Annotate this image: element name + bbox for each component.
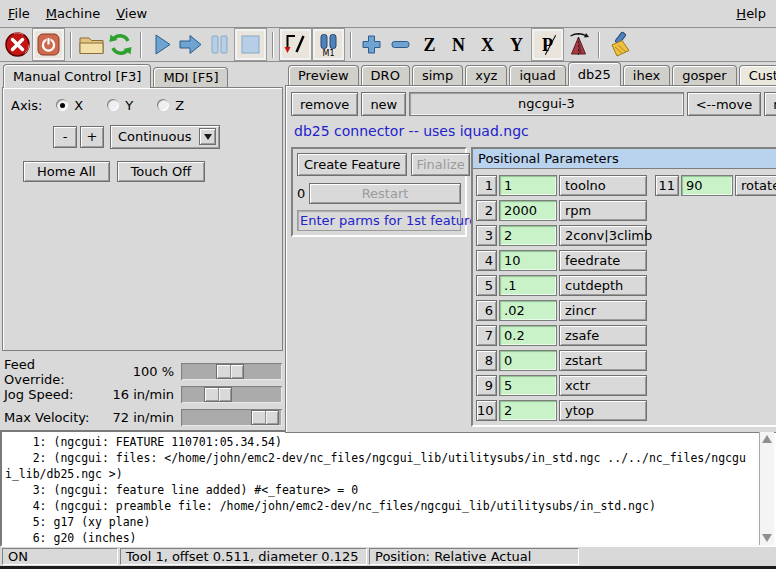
radio-icon <box>157 99 169 111</box>
param-row: 10 2 ytop <box>476 400 776 421</box>
jog-speed-label: Jog Speed: <box>4 387 96 402</box>
tab-dro[interactable]: DRO <box>361 65 410 85</box>
slider-handle[interactable] <box>204 387 232 402</box>
slider-handle[interactable] <box>251 410 279 425</box>
scroll-up-arrow-icon[interactable] <box>762 435 772 443</box>
tab-preview[interactable]: Preview <box>288 65 359 85</box>
plus-icon <box>359 32 384 57</box>
tab-simp[interactable]: simp <box>412 65 463 85</box>
jog-speed-slider[interactable] <box>181 386 282 403</box>
remove-button[interactable]: remove <box>291 92 358 116</box>
menu-file[interactable]: File <box>8 6 30 21</box>
tab-custom[interactable]: Custom <box>739 65 776 85</box>
tab-manual-control[interactable]: Manual Control [F3] <box>3 64 151 88</box>
menu-view[interactable]: View <box>116 6 147 21</box>
param-value-input[interactable]: 5 <box>499 375 557 396</box>
position-mode-status: Position: Relative Actual <box>369 548 579 565</box>
param-name-label: ytop <box>559 400 647 421</box>
view-z2-button[interactable]: N <box>444 30 473 59</box>
tab-gosper[interactable]: gosper <box>672 65 737 85</box>
param-name-label: 2conv|3climb <box>559 225 647 246</box>
param-number: 3 <box>476 225 497 246</box>
estop-button[interactable] <box>3 30 32 59</box>
axis-x-radio[interactable]: X <box>56 98 83 113</box>
feed-override-value: 100 % <box>96 364 174 379</box>
block-delete-toggle[interactable] <box>280 29 311 60</box>
scroll-down-arrow-icon[interactable] <box>762 534 772 542</box>
view-y-button[interactable]: Y <box>502 30 531 59</box>
new-button[interactable]: new <box>361 92 406 116</box>
log-line: 1: (ngcgui: FEATURE 110701:05.34.54) <box>5 434 759 450</box>
pause-icon <box>207 32 232 57</box>
log-line: 4: (ngcgui: preamble file: /home/john/em… <box>5 498 759 514</box>
param-value-input[interactable]: 2000 <box>499 200 557 221</box>
param-value-input[interactable]: 0.2 <box>499 325 557 346</box>
ngcgui-name-entry[interactable]: ngcgui-3 <box>409 92 683 116</box>
toolbar-separator <box>350 32 352 58</box>
param-value-input[interactable]: .1 <box>499 275 557 296</box>
axis-x-label: X <box>74 98 83 113</box>
view-z-icon: Z <box>423 36 435 54</box>
manual-control-page: Axis: X Y Z - + Continuous <box>2 87 283 351</box>
tab-xyz[interactable]: xyz <box>465 65 507 85</box>
feed-override-slider[interactable] <box>181 363 282 380</box>
param-value-input[interactable]: 2 <box>499 225 557 246</box>
rotate-view-button[interactable] <box>564 30 593 59</box>
param-value-input[interactable]: 1 <box>499 175 557 196</box>
menu-bar: File Machine View Help <box>0 0 776 28</box>
menu-help[interactable]: Help <box>736 6 766 21</box>
gcode-log-text[interactable]: 1: (ngcgui: FEATURE 110701:05.34.54) 2: … <box>2 432 759 545</box>
step-button[interactable] <box>176 30 205 59</box>
param-value-input[interactable]: .02 <box>499 300 557 321</box>
param-value-input[interactable]: 2 <box>499 400 557 421</box>
view-perspective-toggle[interactable]: P <box>532 29 563 60</box>
param-name-label: zstart <box>559 350 647 371</box>
toolbar-separator <box>598 32 600 58</box>
param-value-input[interactable]: 10 <box>499 250 557 271</box>
clear-plot-button[interactable] <box>605 30 634 59</box>
tab-ihex[interactable]: ihex <box>623 65 670 85</box>
param-row: 3 2 2conv|3climb <box>476 225 776 246</box>
move-right-button[interactable]: move--> <box>764 92 776 116</box>
optional-stop-toggle[interactable]: M1 <box>313 29 344 60</box>
log-scrollbar[interactable] <box>759 432 774 545</box>
axis-y-radio[interactable]: Y <box>107 98 133 113</box>
param-number: 5 <box>476 275 497 296</box>
slider-handle[interactable] <box>216 364 244 379</box>
menu-machine[interactable]: Machine <box>46 6 100 21</box>
create-feature-button[interactable]: Create Feature <box>297 153 407 176</box>
axis-z-radio[interactable]: Z <box>157 98 184 113</box>
home-all-button[interactable]: Home All <box>23 161 110 182</box>
stop-toggle[interactable] <box>235 29 266 60</box>
param-number: 6 <box>476 300 497 321</box>
jog-plus-button[interactable]: + <box>80 126 104 148</box>
param-value-input[interactable]: 90 <box>681 175 733 196</box>
jog-minus-button[interactable]: - <box>53 126 77 148</box>
run-button[interactable] <box>147 30 176 59</box>
tab-iquad[interactable]: iquad <box>509 65 565 85</box>
log-line: i_lib/db25.ngc >) <box>5 466 759 482</box>
tab-mdi[interactable]: MDI [F5] <box>153 67 228 87</box>
pause-button[interactable] <box>205 30 234 59</box>
machine-power-toggle[interactable] <box>33 29 64 60</box>
tab-db25[interactable]: db25 <box>568 62 621 86</box>
view-z-button[interactable]: Z <box>415 30 444 59</box>
view-x-button[interactable]: X <box>473 30 502 59</box>
zoom-out-button[interactable] <box>386 30 415 59</box>
open-file-button[interactable] <box>77 30 106 59</box>
reload-button[interactable] <box>106 30 135 59</box>
param-value-input[interactable]: 0 <box>499 350 557 371</box>
view-x-icon: X <box>481 36 494 54</box>
move-left-button[interactable]: <--move <box>687 92 762 116</box>
dropdown-arrow-button <box>199 128 216 145</box>
log-line: 3: (ngcgui: feature line added) #<_featu… <box>5 482 759 498</box>
stop-icon <box>239 33 262 56</box>
feature-count: 0 <box>297 186 309 201</box>
max-velocity-slider[interactable] <box>181 409 282 426</box>
zoom-in-button[interactable] <box>357 30 386 59</box>
toolbar-separator <box>70 32 72 58</box>
param-name-label: rotate <box>735 175 776 196</box>
param-number: 11 <box>655 175 679 196</box>
touch-off-button[interactable]: Touch Off <box>117 161 206 182</box>
jog-mode-dropdown[interactable]: Continuous <box>110 125 220 149</box>
